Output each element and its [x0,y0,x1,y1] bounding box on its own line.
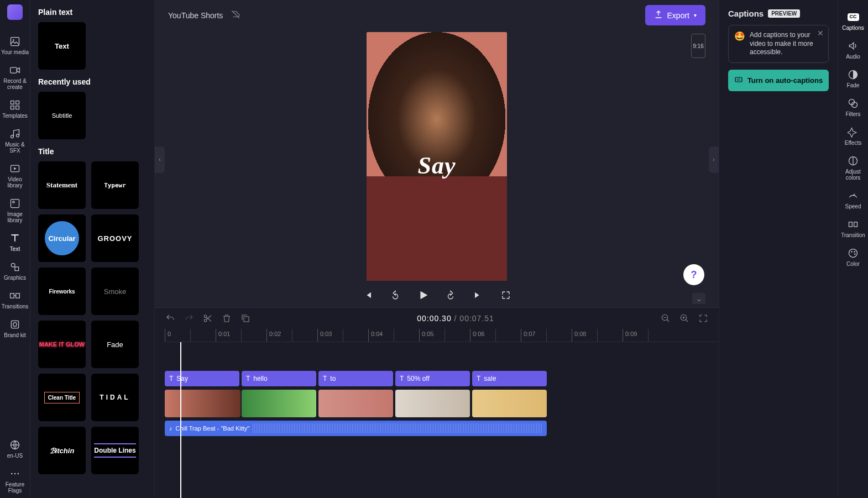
text-icon: T [169,375,173,382]
video-clip[interactable] [242,390,316,417]
close-promo-button[interactable]: ✕ [817,29,824,38]
nav-text[interactable]: Text [0,228,30,256]
delete-button[interactable] [221,313,232,324]
tile-double-lines[interactable]: Double Lines [91,427,139,474]
nav-your-media[interactable]: Your media [0,31,30,60]
property-rail: CCCaptions Audio Fade Filters Effects Ad… [838,0,868,498]
tile-smoke[interactable]: Smoke [91,268,139,315]
tile-fade[interactable]: Fade [91,321,139,368]
left-nav-rail: Your media Record & create Templates Mus… [0,0,30,498]
undo-button[interactable] [165,313,176,324]
tile-groovy[interactable]: GROOVY [91,214,139,262]
redo-button[interactable] [184,313,195,324]
text-icon: T [477,375,480,382]
nav-templates[interactable]: Templates [0,95,30,123]
playback-controls [155,289,719,307]
media-icon [9,35,21,48]
video-clip[interactable] [318,390,393,417]
nav-record[interactable]: Record & create [0,60,30,95]
prop-speed[interactable]: Speed [838,185,869,214]
skip-end-button[interactable] [472,289,485,302]
zoom-fit-button[interactable] [698,313,709,324]
filters-icon [847,97,859,109]
tile-tidal[interactable]: TIDAL [91,374,139,421]
tile-statement[interactable]: Statement [38,161,86,209]
timeline: 00:00.30 / 00:07.51 00:010:020:030:040:0… [155,307,719,498]
track-audio: ♪Chill Trap Beat - "Bad Kitty" [165,421,719,436]
text-clip[interactable]: T50% off [395,371,470,386]
text-clip[interactable]: Tsale [472,371,547,386]
nav-music[interactable]: Music & SFX [0,123,30,158]
transition-icon [9,290,21,302]
prop-adjust-colors[interactable]: Adjust colors [838,150,869,185]
prop-filters[interactable]: Filters [838,93,869,122]
prop-captions[interactable]: CCCaptions [838,7,869,35]
svg-rect-16 [11,321,18,328]
svg-rect-4 [16,101,19,104]
text-clip[interactable]: TSay [165,371,239,386]
tile-circular[interactable]: Circular [38,214,86,262]
help-button[interactable]: ? [683,264,704,285]
export-button[interactable]: Export ▾ [645,5,705,25]
prop-effects[interactable]: Effects [838,122,869,150]
fullscreen-button[interactable] [499,289,513,302]
tile-typewriter[interactable]: Typewr [91,161,139,209]
panel-toggle-icon[interactable]: ⌄ [692,293,705,304]
section-plain-text: Plain text [38,8,147,17]
track-text: TSayThelloTtoT50% offTsale [165,371,719,386]
tile-glow[interactable]: MAKE IT GLOW [38,321,86,368]
nav-image-library[interactable]: Image library [0,193,30,228]
svg-rect-34 [854,222,857,227]
zoom-out-button[interactable] [660,313,671,324]
nav-locale[interactable]: en-US [0,434,30,463]
zoom-in-button[interactable] [679,313,690,324]
prop-transition[interactable]: Transition [838,214,869,243]
speed-icon [847,190,859,202]
upload-icon [654,10,663,20]
video-clip[interactable] [472,390,547,417]
svg-point-17 [13,323,17,327]
tile-fireworks[interactable]: Fireworks [38,268,86,315]
tile-subtitle[interactable]: Subtitle [38,92,86,139]
project-title[interactable]: YouTube Shorts [168,11,223,20]
top-bar: YouTube Shorts Export ▾ [155,0,719,30]
svg-point-36 [851,251,853,253]
audio-clip[interactable]: ♪Chill Trap Beat - "Bad Kitty" [165,421,547,436]
prop-color[interactable]: Color [838,243,869,271]
brand-icon [9,318,21,331]
collapse-left-panel[interactable]: ‹ [155,146,165,173]
text-clip[interactable]: Thello [242,371,316,386]
svg-point-11 [13,201,14,203]
video-clip[interactable] [165,390,240,417]
captions-promo: 🤩 Add captions to your video to make it … [728,25,829,63]
skip-start-button[interactable] [361,289,374,302]
duplicate-button[interactable] [240,313,251,324]
audio-icon [847,40,859,52]
rewind-button[interactable] [389,289,402,302]
nav-feature-flags[interactable]: Feature Flags [0,463,30,498]
timeline-ruler[interactable]: 00:010:020:030:040:050:060:070:080:09 [165,329,719,342]
aspect-ratio-button[interactable]: 9:16 [691,34,705,58]
tile-plain-text[interactable]: Text [38,22,86,70]
split-button[interactable] [202,313,213,324]
nav-transitions[interactable]: Transitions [0,285,30,314]
app-logo [7,4,23,20]
play-button[interactable] [416,289,430,302]
prop-fade[interactable]: Fade [838,64,869,93]
video-clip[interactable] [395,390,470,417]
nav-brand-kit[interactable]: Brand kit [0,314,30,343]
forward-button[interactable] [444,289,457,302]
section-title: Title [38,147,147,156]
auto-captions-button[interactable]: CC Turn on auto-captions [728,70,829,91]
nav-video-library[interactable]: Video library [0,158,30,193]
playhead[interactable] [180,342,181,498]
text-clip[interactable]: Tto [318,371,393,386]
collapse-right-panel[interactable]: › [709,146,719,173]
video-preview[interactable]: Say [367,32,507,281]
tile-bitchin[interactable]: ℬitchin [38,427,86,474]
nav-graphics[interactable]: Graphics [0,256,30,285]
timeline-tracks[interactable]: TSayThelloTtoT50% offTsale ♪Chill Trap B… [165,342,719,498]
tile-clean[interactable]: Clean Title [38,374,86,421]
prop-audio[interactable]: Audio [838,35,869,64]
svg-point-19 [11,473,13,475]
